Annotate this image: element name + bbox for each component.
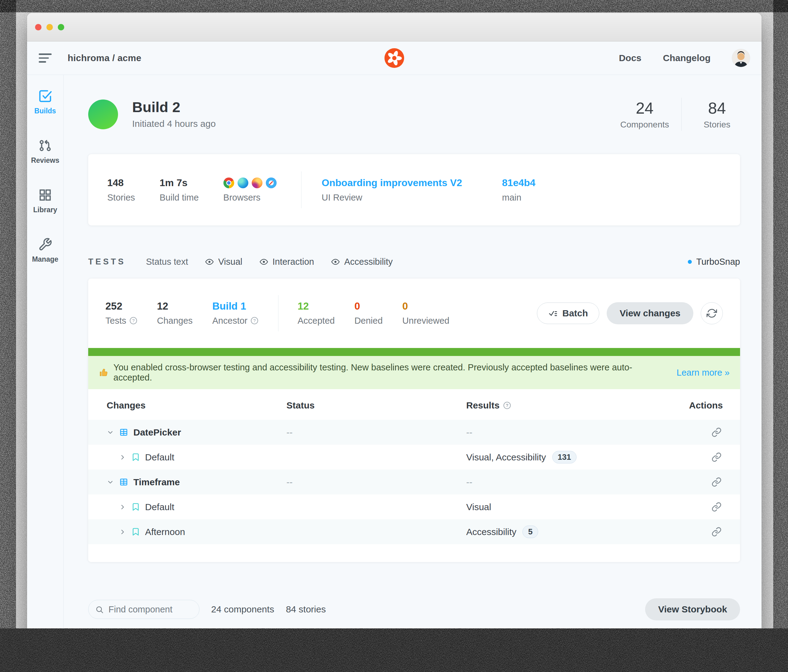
link-icon[interactable] (712, 427, 721, 437)
sidebar-item-label: Reviews (31, 156, 59, 165)
table-row[interactable]: Default Visual, Accessibility 131 (88, 445, 740, 469)
refresh-button[interactable] (701, 302, 723, 324)
bookmark-icon (131, 527, 140, 536)
story-name[interactable]: Afternoon (145, 527, 185, 537)
denied-value: 0 (354, 301, 383, 312)
search-icon (95, 605, 103, 613)
grid-icon (38, 188, 52, 202)
divider (301, 171, 302, 208)
zoom-button[interactable] (58, 24, 64, 30)
table-row[interactable]: Afternoon Accessibility 5 (88, 519, 740, 544)
help-icon[interactable] (503, 401, 511, 409)
chevron-right-icon[interactable] (119, 453, 126, 461)
tests-toolbar: TESTS Status text Visual Interaction Acc… (88, 257, 740, 267)
sidebar-item-manage[interactable]: Manage (32, 238, 59, 263)
table-row[interactable]: Timeframe -- -- (88, 469, 740, 494)
ancestor-build-link[interactable]: Build 1 (212, 301, 259, 312)
search-input[interactable] (108, 604, 196, 615)
sidebar-item-label: Builds (35, 107, 56, 115)
eye-icon (205, 257, 214, 266)
search-field[interactable] (88, 600, 199, 619)
visual-toggle[interactable]: Visual (205, 257, 242, 267)
chevron-right-icon[interactable] (119, 528, 126, 536)
component-name[interactable]: Timeframe (133, 477, 180, 487)
column-status: Status (286, 400, 466, 410)
branch-link[interactable]: Onboarding improvements V2 (322, 177, 462, 189)
titlebar (27, 13, 762, 41)
app-header: hichroma / acme Docs Changelog (27, 41, 762, 75)
status-value: -- (286, 477, 292, 487)
divider (278, 295, 278, 331)
tests-value: 252 (105, 301, 137, 312)
thumbs-up-icon (98, 368, 108, 377)
nav-docs[interactable]: Docs (619, 53, 642, 63)
info-banner: You enabled cross-browser testing and ac… (88, 356, 740, 389)
results-value: Accessibility (466, 527, 516, 537)
app-window: hichroma / acme Docs Changelog (27, 13, 762, 652)
results-count-badge: 5 (523, 526, 538, 538)
interaction-toggle[interactable]: Interaction (259, 257, 314, 267)
sidebar-item-label: Library (33, 206, 57, 214)
view-storybook-button[interactable]: View Storybook (645, 598, 740, 620)
minimize-button[interactable] (46, 24, 53, 30)
stories-label: Stories (704, 120, 730, 130)
sidebar: Builds Reviews Library Manage (27, 75, 64, 652)
components-summary: 24 components (211, 604, 274, 615)
status-text-toggle[interactable]: Status text (146, 257, 188, 267)
build-header: Build 2 Initiated 4 hours ago 24 Compone… (88, 98, 740, 131)
page-title: Build 2 (132, 100, 216, 114)
stories-value: 148 (107, 177, 135, 189)
component-name[interactable]: DatePicker (133, 427, 181, 437)
nav-changelog[interactable]: Changelog (663, 53, 710, 63)
chevron-down-icon[interactable] (106, 479, 114, 486)
chevron-down-icon[interactable] (106, 429, 114, 436)
refresh-icon (707, 308, 717, 319)
chromatic-logo-icon[interactable] (384, 48, 404, 68)
story-name[interactable]: Default (145, 502, 174, 512)
view-changes-button[interactable]: View changes (607, 302, 693, 324)
status-value: -- (286, 427, 292, 437)
story-name[interactable]: Default (145, 452, 174, 463)
firefox-icon (252, 178, 262, 188)
close-button[interactable] (35, 24, 41, 30)
accessibility-toggle[interactable]: Accessibility (331, 257, 393, 267)
workspace-breadcrumb[interactable]: hichroma / acme (68, 53, 141, 63)
turbosnap-chip[interactable]: TurboSnap (688, 257, 740, 267)
table-row[interactable]: Default Visual (88, 494, 740, 519)
commit-link[interactable]: 81e4b4 (502, 177, 536, 189)
learn-more-link[interactable]: Learn more » (677, 368, 730, 378)
help-icon[interactable] (251, 317, 259, 325)
chevron-right-icon[interactable] (119, 503, 126, 511)
main-content: Build 2 Initiated 4 hours ago 24 Compone… (64, 75, 762, 652)
wrench-icon (38, 238, 52, 252)
build-status-badge (88, 100, 118, 129)
sidebar-item-label: Manage (32, 255, 59, 263)
noise-border-bottom (0, 628, 788, 672)
build-subtitle: Initiated 4 hours ago (132, 119, 216, 129)
help-icon[interactable] (129, 317, 137, 325)
chrome-icon (223, 178, 234, 188)
sidebar-toggle-icon[interactable] (39, 54, 52, 63)
sidebar-item-builds[interactable]: Builds (35, 89, 56, 115)
results-value: -- (466, 427, 472, 437)
link-icon[interactable] (712, 527, 721, 537)
sidebar-item-reviews[interactable]: Reviews (31, 138, 59, 165)
component-icon (119, 477, 129, 487)
link-icon[interactable] (712, 502, 721, 512)
build-time-value: 1m 7s (159, 177, 199, 189)
accepted-value: 12 (297, 301, 335, 312)
link-icon[interactable] (712, 452, 721, 462)
batch-button[interactable]: Batch (537, 303, 599, 324)
user-avatar[interactable] (732, 49, 750, 67)
components-label: Components (620, 120, 669, 130)
build-summary-card: 148 Stories 1m 7s Build time Browsers (88, 154, 740, 225)
sidebar-item-library[interactable]: Library (33, 188, 57, 214)
table-header: Changes Status Results Actions (88, 389, 740, 420)
stories-count: 84 (708, 99, 726, 117)
screen: { "colors": { "accent_blue": "#1EA7FD", … (0, 0, 788, 672)
link-icon[interactable] (712, 477, 721, 487)
stories-summary: 84 stories (286, 604, 326, 615)
banner-text: You enabled cross-browser testing and ac… (113, 362, 669, 383)
table-row[interactable]: DatePicker -- -- (88, 420, 740, 445)
bookmark-icon (131, 453, 140, 461)
